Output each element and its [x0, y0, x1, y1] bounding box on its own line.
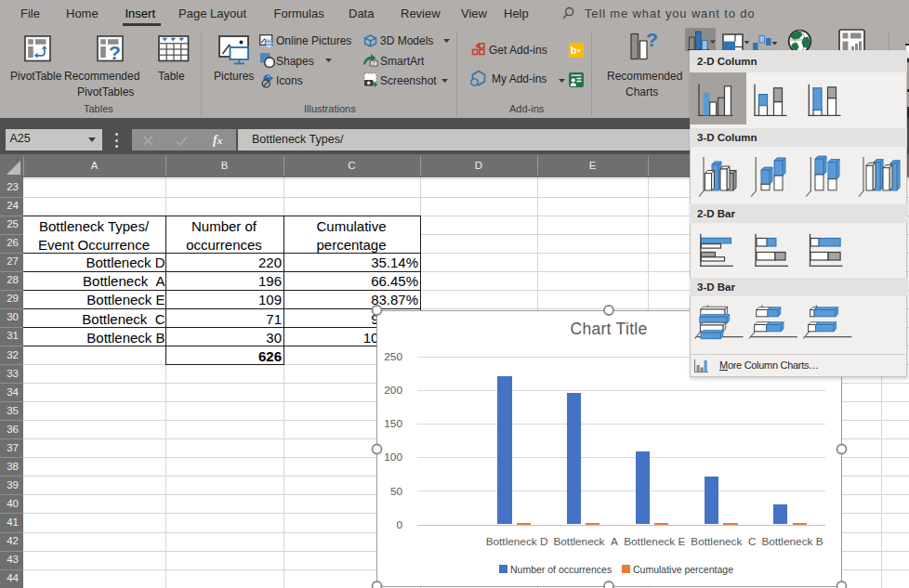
svg-text:?: ?	[646, 31, 658, 50]
svg-text:?: ?	[109, 42, 121, 62]
svg-text:b: b	[571, 45, 577, 56]
